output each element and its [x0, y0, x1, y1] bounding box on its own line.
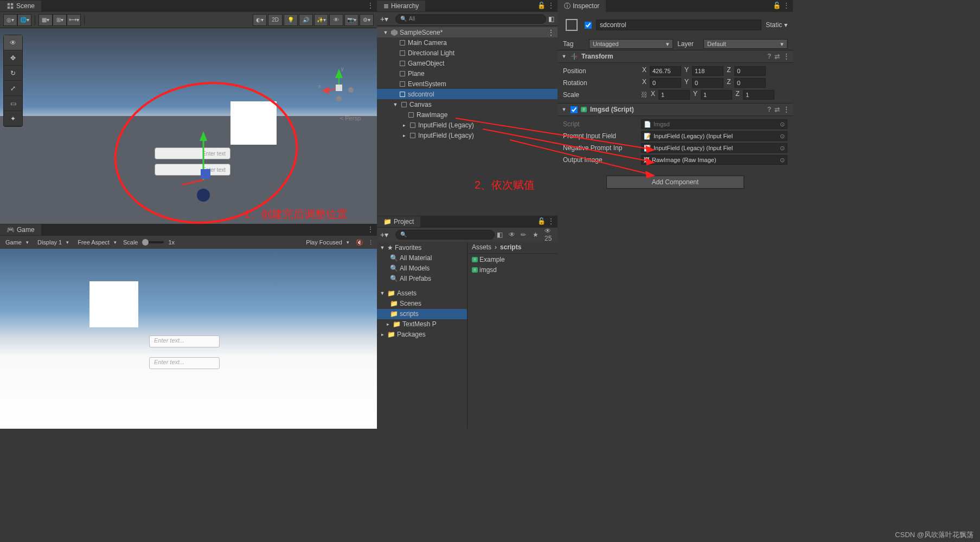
hierarchy-item-light[interactable]: Directional Light — [377, 48, 558, 58]
game-viewport[interactable]: Enter text... Enter text... — [0, 249, 377, 429]
lock-icon[interactable]: 🔓 — [537, 217, 546, 225]
lock-icon[interactable]: 🔓 — [537, 2, 546, 9]
file-imgsd[interactable]: # imgsd — [467, 265, 558, 275]
hierarchy-item-eventsystem[interactable]: EventSystem — [377, 79, 558, 89]
hierarchy-menu-icon[interactable]: ⋮ — [548, 2, 554, 9]
hierarchy-item-sdcontrol[interactable]: sdcontrol — [377, 89, 558, 99]
snap-increment-btn[interactable]: ⟷▾ — [67, 14, 81, 26]
project-add-btn[interactable]: +▾ — [380, 230, 393, 239]
visibility-btn[interactable]: 👁 — [329, 14, 343, 26]
rot-y[interactable] — [692, 78, 723, 88]
game-camera-dd[interactable]: Game — [3, 238, 31, 247]
game-input-2[interactable]: Enter text... — [149, 357, 220, 369]
object-name-field[interactable] — [596, 20, 761, 30]
component-menu-icon[interactable]: ⋮ — [783, 53, 790, 60]
scripts-folder[interactable]: 📁 scripts — [377, 309, 467, 319]
hidden-count[interactable]: 👁25 — [545, 227, 554, 242]
rect-tool[interactable]: ▭ — [4, 96, 22, 111]
fav-materials[interactable]: 🔍 All Material — [377, 253, 467, 263]
filter-label-icon[interactable]: 👁 — [509, 231, 518, 238]
shading-mode-btn[interactable]: ◐▾ — [253, 14, 267, 26]
game-more-icon[interactable]: ⋮ — [368, 239, 374, 246]
hierarchy-item-camera[interactable]: Main Camera — [377, 37, 558, 48]
script-field[interactable]: 📄 Imgsd — [641, 119, 787, 129]
active-checkbox[interactable] — [585, 22, 592, 29]
scale-slider[interactable] — [142, 241, 164, 243]
fx-btn[interactable]: ✨▾ — [314, 14, 328, 26]
hierarchy-item-input2[interactable]: ▸InputField (Legacy) — [377, 130, 558, 140]
hierarchy-item-plane[interactable]: Plane — [377, 68, 558, 79]
pos-x[interactable] — [650, 66, 681, 76]
scene-menu-icon[interactable]: ⋮ — [367, 2, 374, 9]
inspector-tab[interactable]: ⓘ Inspector — [558, 0, 606, 12]
game-tab[interactable]: 🎮 Game — [0, 224, 41, 235]
add-component-button[interactable]: Add Component — [606, 176, 744, 189]
rot-x[interactable] — [650, 78, 681, 88]
project-menu-icon[interactable]: ⋮ — [548, 217, 554, 225]
view-tool[interactable]: 👁 — [4, 35, 22, 50]
move-gizmo[interactable] — [182, 126, 258, 202]
tag-dropdown[interactable]: Untagged▾ — [589, 39, 673, 49]
fav-models[interactable]: 🔍 All Models — [377, 263, 467, 274]
scene-tab[interactable]: Scene — [0, 1, 41, 11]
rotate-tool[interactable]: ↻ — [4, 66, 22, 81]
scale-tool[interactable]: ⤢ — [4, 81, 22, 96]
pos-y[interactable] — [692, 66, 723, 76]
pivot-global-btn[interactable]: 🌐▾ — [17, 14, 31, 26]
transform-header[interactable]: ▼ Transform ?⇄⋮ — [558, 50, 793, 63]
favorite-icon[interactable]: ★ — [533, 231, 542, 238]
hierarchy-filter-icon[interactable]: ◧ — [548, 15, 554, 23]
script-enabled-checkbox[interactable] — [571, 106, 578, 113]
project-breadcrumb[interactable]: Assets › scripts — [467, 242, 558, 254]
scene-viewport[interactable]: 👁 ✥ ↻ ⤢ ▭ ✦ Enter text Enter text 1、创建完后… — [0, 28, 377, 224]
scale-z[interactable] — [743, 90, 774, 100]
play-mode-dd[interactable]: Play Focused — [304, 238, 351, 247]
scenes-folder[interactable]: 📁 Scenes — [377, 299, 467, 309]
axis-gizmo[interactable]: y x — [317, 66, 361, 109]
hierarchy-tab[interactable]: ≣ Hierarchy — [377, 1, 425, 11]
inspector-menu-icon[interactable]: ⋮ — [783, 2, 790, 9]
move-tool[interactable]: ✥ — [4, 50, 22, 66]
filter-type-icon[interactable]: ◧ — [497, 231, 507, 238]
preset-icon[interactable]: ⇄ — [774, 106, 780, 113]
grid-visibility-btn[interactable]: ▦▾ — [39, 14, 53, 26]
pos-z[interactable] — [734, 66, 766, 76]
component-menu-icon[interactable]: ⋮ — [783, 106, 790, 113]
scene-menu-icon[interactable]: ⋮ — [548, 29, 554, 36]
audio-btn[interactable]: 🔊 — [299, 14, 313, 26]
preset-icon[interactable]: ⇄ — [774, 53, 780, 60]
favorites-folder[interactable]: ▼★ Favorites — [377, 243, 467, 253]
game-menu-icon[interactable]: ⋮ — [367, 225, 374, 233]
save-search-icon[interactable]: ✏ — [521, 231, 530, 238]
lock-icon[interactable]: 🔓 — [773, 2, 781, 9]
gizmos-btn[interactable]: ⚙▾ — [360, 14, 374, 26]
hierarchy-item-gameobject[interactable]: GameObject — [377, 58, 558, 68]
game-settings-icon[interactable]: 🔇 — [356, 239, 363, 246]
script-header[interactable]: ▼ # Imgsd (Script) ?⇄⋮ — [558, 103, 793, 116]
scene-row[interactable]: ▼ SampleScene* ⋮ — [377, 27, 558, 37]
hierarchy-search[interactable]: 🔍All — [395, 14, 546, 24]
hierarchy-item-rawimage[interactable]: RawImage — [377, 109, 558, 120]
static-dropdown-icon[interactable]: ▾ — [784, 21, 787, 29]
project-search[interactable]: 🔍 — [395, 230, 495, 240]
packages-folder[interactable]: ▸📁 Packages — [377, 330, 467, 340]
scale-x[interactable] — [658, 90, 690, 100]
camera-btn[interactable]: 📷▾ — [344, 14, 358, 26]
display-dd[interactable]: Display 1 — [35, 238, 71, 247]
lighting-btn[interactable]: 💡 — [284, 14, 298, 26]
grid-snap-btn[interactable]: ⊞▾ — [53, 14, 67, 26]
scale-y[interactable] — [701, 90, 732, 100]
file-example[interactable]: # Example — [467, 255, 558, 265]
textmesh-folder[interactable]: ▸📁 TextMesh P — [377, 319, 467, 330]
hierarchy-item-input1[interactable]: ▸InputField (Legacy) — [377, 120, 558, 130]
2d-toggle-btn[interactable]: 2D — [268, 14, 283, 26]
hierarchy-add-btn[interactable]: +▾ — [380, 15, 393, 23]
rot-z[interactable] — [734, 78, 766, 88]
pivot-center-btn[interactable]: ◎▾ — [3, 14, 17, 26]
aspect-dd[interactable]: Free Aspect — [75, 238, 119, 247]
negative-field[interactable]: 📝InputField (Legacy) (Input Fiel — [641, 143, 787, 153]
prompt-field[interactable]: 📝InputField (Legacy) (Input Fiel — [641, 131, 787, 141]
link-icon[interactable]: ⛓ — [641, 91, 648, 99]
game-input-1[interactable]: Enter text... — [149, 335, 220, 347]
help-icon[interactable]: ? — [767, 106, 771, 113]
